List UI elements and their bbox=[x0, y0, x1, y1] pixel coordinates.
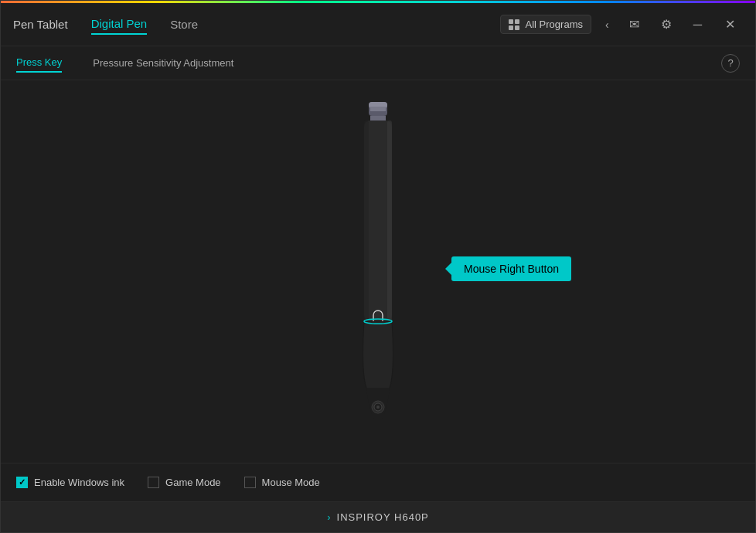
mouse-mode-box bbox=[244, 477, 256, 488]
mouse-mode-checkbox[interactable]: Mouse Mode bbox=[244, 477, 320, 488]
program-selector[interactable]: All Programs bbox=[500, 15, 591, 34]
svg-rect-4 bbox=[387, 121, 392, 321]
game-mode-checkbox[interactable]: Game Mode bbox=[148, 477, 221, 488]
game-mode-box bbox=[148, 477, 159, 488]
nav-pen-tablet[interactable]: Pen Tablet bbox=[13, 15, 68, 34]
settings-button[interactable]: ⚙ bbox=[655, 14, 678, 35]
program-name: All Programs bbox=[526, 19, 583, 30]
toolbar-press-key[interactable]: Press Key bbox=[16, 53, 62, 73]
footer-chevron-icon: › bbox=[327, 511, 330, 523]
svg-rect-1 bbox=[370, 116, 386, 121]
grid-icon bbox=[509, 19, 519, 30]
pen-tooltip[interactable]: Mouse Right Button bbox=[451, 256, 571, 281]
nav-digital-pen[interactable]: Digital Pen bbox=[91, 14, 148, 35]
mouse-mode-label: Mouse Mode bbox=[262, 477, 320, 488]
pen-illustration bbox=[339, 102, 417, 426]
toolbar: Press Key Pressure Sensitivity Adjustmen… bbox=[1, 46, 755, 80]
check-mark: ✓ bbox=[19, 477, 26, 487]
main-window: Pen Tablet Digital Pen Store All Program… bbox=[0, 0, 756, 533]
svg-point-13 bbox=[376, 406, 380, 409]
device-name: INSPIROY H640P bbox=[337, 511, 429, 523]
main-content: Mouse Right Button bbox=[1, 80, 755, 463]
close-button[interactable]: ✕ bbox=[717, 14, 743, 35]
titlebar-nav: Pen Tablet Digital Pen Store bbox=[13, 14, 500, 35]
game-mode-label: Game Mode bbox=[165, 477, 221, 488]
footer[interactable]: › INSPIROY H640P bbox=[1, 501, 755, 532]
toolbar-pressure-sensitivity[interactable]: Pressure Sensitivity Adjustment bbox=[93, 54, 233, 72]
bottom-bar: ✓ Enable Windows ink Game Mode Mouse Mod… bbox=[1, 463, 755, 501]
minimize-button[interactable]: ─ bbox=[687, 15, 708, 35]
enable-windows-ink-label: Enable Windows ink bbox=[34, 477, 124, 488]
svg-rect-15 bbox=[370, 107, 386, 111]
enable-windows-ink-checkbox[interactable]: ✓ Enable Windows ink bbox=[16, 477, 124, 488]
nav-store[interactable]: Store bbox=[170, 15, 198, 34]
titlebar-right: All Programs ‹ ✉ ⚙ ─ ✕ bbox=[500, 14, 743, 35]
pen-container: Mouse Right Button bbox=[339, 102, 417, 426]
program-chevron-button[interactable]: ‹ bbox=[601, 17, 614, 32]
svg-rect-3 bbox=[364, 121, 369, 321]
titlebar: Pen Tablet Digital Pen Store All Program… bbox=[1, 3, 755, 46]
enable-windows-ink-box: ✓ bbox=[16, 477, 28, 488]
mail-button[interactable]: ✉ bbox=[623, 14, 645, 35]
help-button[interactable]: ? bbox=[721, 54, 740, 73]
